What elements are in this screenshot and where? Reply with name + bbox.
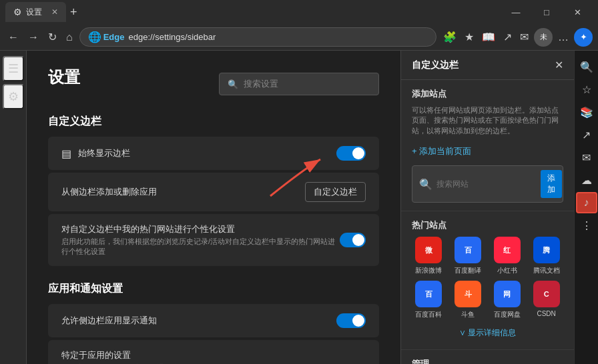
hot-site-icon-5: 斗 bbox=[455, 281, 481, 307]
url-text: edge://settings/sidebar bbox=[128, 32, 216, 42]
always-show-label: 始终显示边栏 bbox=[78, 147, 130, 159]
tab-bar: ⚙ 设置 ✕ + bbox=[5, 2, 495, 22]
back-button[interactable]: ← bbox=[5, 29, 21, 46]
allow-notify-label: 允许侧边栏应用显示通知 bbox=[61, 315, 157, 327]
url-bar[interactable]: 🌐 Edge edge://settings/sidebar bbox=[79, 27, 436, 47]
edge-icon: 🌐 bbox=[88, 31, 101, 43]
hot-site-7[interactable]: C CSDN bbox=[529, 281, 563, 319]
search-placeholder: 搜索设置 bbox=[244, 78, 278, 90]
personalize-desc: 启用此功能后，我们将根据您的浏览历史记录/活动对自定义边栏中显示的热门网站进行个… bbox=[61, 237, 340, 257]
settings-tab[interactable]: ⚙ 设置 ✕ bbox=[5, 2, 66, 22]
allow-notify-toggle[interactable] bbox=[336, 313, 366, 328]
tab-close-btn[interactable]: ✕ bbox=[51, 7, 58, 17]
close-button[interactable]: ✕ bbox=[562, 0, 593, 24]
sidebar-tool-collection[interactable]: 📚 bbox=[576, 101, 597, 123]
always-show-card: ▤ 始终显示边栏 bbox=[48, 137, 379, 170]
hot-site-label-1: 百度翻译 bbox=[455, 266, 481, 275]
toggle-knob bbox=[352, 147, 364, 159]
hot-sites-grid: 微 新浪微博 百 百度翻译 红 小红书 腾 腾讯文档 百 百度百科 斗 斗鱼 网… bbox=[412, 237, 563, 319]
hot-site-label-2: 小红书 bbox=[497, 266, 517, 275]
hot-site-4[interactable]: 百 百度百科 bbox=[412, 281, 446, 319]
edge-label: Edge bbox=[103, 32, 125, 42]
hot-sites-section: 热门站点 微 新浪微博 百 百度翻译 红 小红书 腾 腾讯文档 百 百度百科 斗… bbox=[401, 211, 574, 350]
feedback-button[interactable]: ✉ bbox=[517, 28, 531, 46]
hot-site-label-7: CSDN bbox=[537, 310, 555, 317]
refresh-button[interactable]: ↻ bbox=[45, 28, 59, 46]
extensions-button[interactable]: 🧩 bbox=[440, 28, 459, 46]
allow-notify-card: 允许侧边栏应用显示通知 bbox=[48, 304, 379, 337]
sidebar-tool-share[interactable]: ↗ bbox=[576, 124, 597, 145]
hot-site-icon-1: 百 bbox=[455, 237, 481, 263]
show-more-btn[interactable]: ∨ 显示详细信息 bbox=[412, 325, 563, 341]
hot-sites-title: 热门站点 bbox=[412, 219, 563, 231]
new-tab-button[interactable]: + bbox=[66, 5, 81, 19]
specific-app-card: 特定于应用的设置 每个应用都有合可设置并包含通知和权限等单个设置 bbox=[48, 340, 379, 364]
panel-close-btn[interactable]: ✕ bbox=[555, 59, 563, 71]
panel-title: 自定义边栏 bbox=[412, 59, 459, 71]
manage-section: 管理 应用 📋 操作中心 每天浏览新功能和 Web 内容以获得至价值的关注 bbox=[401, 350, 574, 364]
hot-site-label-5: 斗鱼 bbox=[461, 310, 475, 319]
hot-site-3[interactable]: 腾 腾讯文档 bbox=[529, 237, 563, 275]
search-site-icon: 🔍 bbox=[419, 178, 432, 191]
settings-more-button[interactable]: … bbox=[555, 29, 571, 46]
personalize-toggle[interactable] bbox=[340, 233, 366, 247]
hot-site-icon-6: 网 bbox=[494, 281, 521, 307]
customize-sidebar-btn[interactable]: 自定义边栏 bbox=[305, 182, 366, 202]
copilot-button[interactable]: ✦ bbox=[574, 28, 593, 47]
hot-site-label-0: 新浪微博 bbox=[415, 266, 442, 275]
add-sites-desc: 可以将任何网站或网页添加到边栏。添加站点页面、搜索热门网站或在下面按绿色热门门网… bbox=[412, 105, 563, 136]
hot-site-icon-2: 红 bbox=[494, 237, 521, 263]
main-layout: ☰ ⚙ 设置 🔍 搜索设置 自定义边栏 ▤ 始终显示边栏 bbox=[0, 51, 598, 364]
search-site-input[interactable] bbox=[436, 179, 537, 189]
allow-notify-knob bbox=[352, 315, 364, 327]
add-sites-title: 添加站点 bbox=[412, 88, 563, 100]
add-current-page-btn[interactable]: + 添加当前页面 bbox=[412, 143, 471, 160]
personalize-title: 对自定义边栏中我的热门网站进行个性化设置 bbox=[61, 223, 340, 235]
settings-content: 设置 🔍 搜索设置 自定义边栏 ▤ 始终显示边栏 从侧边栏添加或删除应用 bbox=[27, 51, 400, 364]
panel-header: 自定义边栏 ✕ bbox=[401, 51, 574, 80]
search-site-box[interactable]: 🔍 添加 bbox=[412, 165, 563, 203]
app-settings-title: 应用和通知设置 bbox=[48, 282, 379, 296]
forward-button[interactable]: → bbox=[25, 29, 41, 46]
from-sidebar-card: 从侧边栏添加或删除应用 自定义边栏 bbox=[48, 173, 379, 211]
maximize-button[interactable]: □ bbox=[531, 0, 562, 24]
hot-site-label-6: 百度网盘 bbox=[494, 310, 521, 319]
addressbar: ← → ↻ ⌂ 🌐 Edge edge://settings/sidebar 🧩… bbox=[0, 24, 598, 51]
hot-site-2[interactable]: 红 小红书 bbox=[491, 237, 525, 275]
hot-site-icon-0: 微 bbox=[415, 237, 442, 263]
nav-settings-icon[interactable]: ⚙ bbox=[3, 84, 24, 109]
specific-app-title: 特定于应用的设置 bbox=[61, 349, 230, 361]
window-controls: — □ ✕ bbox=[501, 0, 593, 24]
sidebar-tool-cloud[interactable]: ☁ bbox=[576, 169, 597, 191]
hot-site-label-3: 腾讯文档 bbox=[533, 266, 560, 275]
page-title: 设置 bbox=[48, 67, 80, 88]
sidebar-tool-search[interactable]: 🔍 bbox=[576, 56, 597, 77]
sidebar-tool-bookmark[interactable]: ☆ bbox=[576, 79, 597, 100]
search-icon: 🔍 bbox=[228, 79, 238, 89]
always-show-icon: ▤ bbox=[61, 147, 71, 160]
sidebar-tool-feedback[interactable]: ✉ bbox=[576, 147, 597, 168]
favorites-button[interactable]: ★ bbox=[462, 28, 477, 46]
always-show-toggle[interactable] bbox=[336, 146, 366, 161]
add-sites-section: 添加站点 可以将任何网站或网页添加到边栏。添加站点页面、搜索热门网站或在下面按绿… bbox=[401, 80, 574, 211]
hot-site-6[interactable]: 网 百度网盘 bbox=[491, 281, 525, 319]
main-wrapper: 设置 🔍 搜索设置 自定义边栏 ▤ 始终显示边栏 从侧边栏添加或删除应用 bbox=[27, 51, 598, 364]
hot-site-1[interactable]: 百 百度翻译 bbox=[451, 237, 485, 275]
minimize-button[interactable]: — bbox=[501, 0, 531, 24]
sidebar-tool-more[interactable]: ⋮ bbox=[576, 215, 597, 236]
hot-site-5[interactable]: 斗 斗鱼 bbox=[451, 281, 485, 319]
nav-menu-button[interactable]: ☰ bbox=[3, 56, 24, 81]
collections-button[interactable]: 📖 bbox=[479, 28, 498, 46]
home-button[interactable]: ⌂ bbox=[63, 29, 75, 46]
settings-search-box[interactable]: 🔍 搜索设置 bbox=[219, 73, 379, 95]
hot-site-0[interactable]: 微 新浪微博 bbox=[412, 237, 446, 275]
profile-button[interactable]: 未 bbox=[534, 28, 553, 47]
toolbar-icons: 🧩 ★ 📖 ↗ ✉ 未 … ✦ bbox=[440, 28, 593, 47]
hot-site-icon-7: C bbox=[533, 281, 560, 307]
sidebar-section-title: 自定义边栏 bbox=[48, 115, 379, 129]
add-site-submit-btn[interactable]: 添加 bbox=[541, 170, 562, 198]
right-panel: 自定义边栏 ✕ 添加站点 可以将任何网站或网页添加到边栏。添加站点页面、搜索热门… bbox=[400, 51, 574, 364]
share-button[interactable]: ↗ bbox=[501, 28, 515, 46]
sidebar-tool-tiktok[interactable]: ♪ bbox=[576, 192, 597, 213]
personalize-toggle-knob bbox=[352, 234, 364, 246]
